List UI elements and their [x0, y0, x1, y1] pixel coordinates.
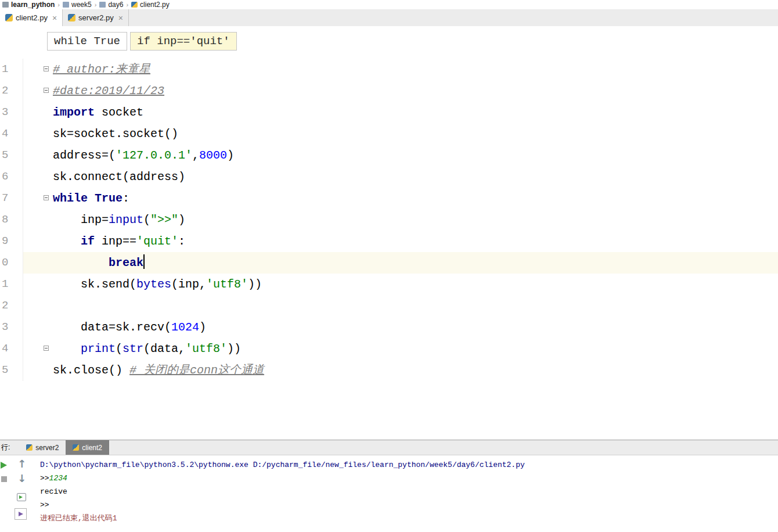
code-text: if inp=='quit': — [51, 231, 185, 252]
code-text: break — [51, 252, 145, 274]
code-line[interactable]: 1 sk.send(bytes(inp,'utf8')) — [0, 274, 778, 295]
fold-gutter — [23, 188, 51, 209]
code-line[interactable]: 5sk.close() # 关闭的是conn这个通道 — [0, 360, 778, 381]
run-body: D:\python\pycharm_file\python3.5.2\pytho… — [0, 455, 778, 532]
code-line[interactable]: 5address=('127.0.0.1',8000) — [0, 145, 778, 166]
python-file-icon — [5, 14, 13, 21]
line-number[interactable]: 1 — [0, 274, 23, 295]
run-tab-client2[interactable]: client2 — [66, 440, 109, 455]
rerun-icon[interactable] — [1, 462, 7, 469]
python-file-icon — [131, 2, 138, 8]
context-hints: while Trueif inp=='quit' — [47, 32, 237, 51]
console-line: recive — [40, 485, 778, 498]
tab-label: client2.py — [16, 13, 48, 22]
code-line-body: if inp=='quit': — [23, 231, 778, 252]
code-line[interactable]: 0 break — [0, 252, 778, 274]
code-text: print(str(data,'utf8')) — [51, 338, 241, 360]
fold-gutter — [23, 166, 51, 188]
code-line[interactable]: 2#date:2019/11/23 — [0, 80, 778, 102]
python-file-icon — [68, 14, 75, 21]
fold-gutter — [23, 59, 51, 80]
fold-gutter — [23, 145, 51, 166]
tab-close-icon[interactable]: × — [52, 14, 57, 22]
breadcrumb-item-day6[interactable]: day6 — [99, 1, 123, 9]
editor-tab-client2-py[interactable]: client2.py× — [0, 9, 63, 26]
code-line-body: address=('127.0.0.1',8000) — [23, 145, 778, 166]
fold-gutter — [23, 295, 51, 317]
python-run-icon — [73, 444, 79, 451]
breadcrumb-item-week5[interactable]: week5 — [63, 1, 92, 9]
line-number[interactable]: 7 — [0, 188, 23, 209]
code-text: data=sk.recv(1024) — [51, 317, 206, 338]
code-line-body: while True: — [23, 188, 778, 209]
code-line[interactable]: 3 data=sk.recv(1024) — [0, 317, 778, 338]
code-line[interactable]: 1# author:来童星 — [0, 59, 778, 80]
fold-gutter — [23, 274, 51, 295]
code-line-body: sk.send(bytes(inp,'utf8')) — [23, 274, 778, 295]
fold-marker-icon[interactable] — [44, 346, 49, 351]
run-tab-label: server2 — [35, 444, 59, 452]
line-number[interactable]: 2 — [0, 80, 23, 102]
stop-icon[interactable] — [1, 476, 7, 482]
line-number[interactable]: 2 — [0, 295, 23, 317]
folder-icon — [99, 2, 106, 8]
breadcrumb-label: client2.py — [140, 1, 170, 9]
code-text: sk.send(bytes(inp,'utf8')) — [51, 274, 262, 295]
breadcrumb-label: day6 — [108, 1, 123, 9]
line-number[interactable]: 8 — [0, 209, 23, 231]
console-icon[interactable] — [17, 493, 26, 501]
code-line[interactable]: 4 print(str(data,'utf8')) — [0, 338, 778, 360]
code-line[interactable]: 2 — [0, 295, 778, 317]
fold-marker-icon[interactable] — [44, 88, 49, 93]
code-text — [51, 295, 53, 317]
code-line[interactable]: 3import socket — [0, 102, 778, 123]
fold-gutter — [23, 338, 51, 360]
fold-gutter — [23, 252, 51, 274]
tab-label: server2.py — [78, 13, 114, 22]
code-lines: 1# author:来童星2#date:2019/11/233import so… — [0, 59, 778, 381]
breadcrumb-label: learn_python — [11, 1, 55, 9]
code-editor[interactable]: while Trueif inp=='quit' 1# author:来童星2#… — [0, 26, 778, 440]
console-line: >>1234 — [40, 472, 778, 485]
code-line[interactable]: 7while True: — [0, 188, 778, 209]
code-text: address=('127.0.0.1',8000) — [51, 145, 234, 166]
scroll-to-end-icon[interactable] — [15, 508, 27, 520]
code-line[interactable]: 6sk.connect(address) — [0, 166, 778, 188]
code-line-body: sk.close() # 关闭的是conn这个通道 — [23, 360, 778, 381]
line-number[interactable]: 5 — [0, 145, 23, 166]
breadcrumb: learn_python›week5›day6›client2.py — [0, 0, 778, 9]
run-tab-server2[interactable]: server2 — [19, 440, 66, 455]
line-number[interactable]: 4 — [0, 338, 23, 360]
code-line[interactable]: 4sk=socket.socket() — [0, 123, 778, 145]
tab-close-icon[interactable]: × — [118, 14, 123, 22]
line-number[interactable]: 9 — [0, 231, 23, 252]
code-line-body: sk=socket.socket() — [23, 123, 778, 145]
code-text: # author:来童星 — [51, 59, 150, 80]
arrow-down-icon[interactable] — [17, 473, 26, 484]
arrow-up-icon[interactable] — [17, 459, 26, 469]
line-number[interactable]: 5 — [0, 360, 23, 381]
run-tabs: server2client2 — [19, 440, 109, 455]
editor-tab-server2-py[interactable]: server2.py× — [63, 9, 129, 26]
line-number[interactable]: 1 — [0, 59, 23, 80]
code-line-body: import socket — [23, 102, 778, 123]
fold-gutter — [23, 102, 51, 123]
line-number[interactable]: 3 — [0, 102, 23, 123]
run-panel-title: 行: — [0, 443, 12, 452]
code-line[interactable]: 9 if inp=='quit': — [0, 231, 778, 252]
chevron-separator-icon: › — [95, 1, 97, 8]
fold-marker-icon[interactable] — [44, 66, 49, 71]
console-output[interactable]: D:\python\pycharm_file\python3.5.2\pytho… — [32, 455, 778, 532]
text-cursor-icon — [143, 254, 145, 269]
fold-gutter — [23, 80, 51, 102]
fold-marker-icon[interactable] — [44, 195, 49, 200]
line-number[interactable]: 0 — [0, 252, 23, 274]
code-text: while True: — [51, 188, 129, 209]
python-run-icon — [26, 444, 33, 451]
line-number[interactable]: 6 — [0, 166, 23, 188]
breadcrumb-item-client2.py[interactable]: client2.py — [131, 1, 170, 9]
code-line[interactable]: 8 inp=input(">>") — [0, 209, 778, 231]
breadcrumb-item-learn_python[interactable]: learn_python — [2, 1, 55, 9]
line-number[interactable]: 3 — [0, 317, 23, 338]
line-number[interactable]: 4 — [0, 123, 23, 145]
